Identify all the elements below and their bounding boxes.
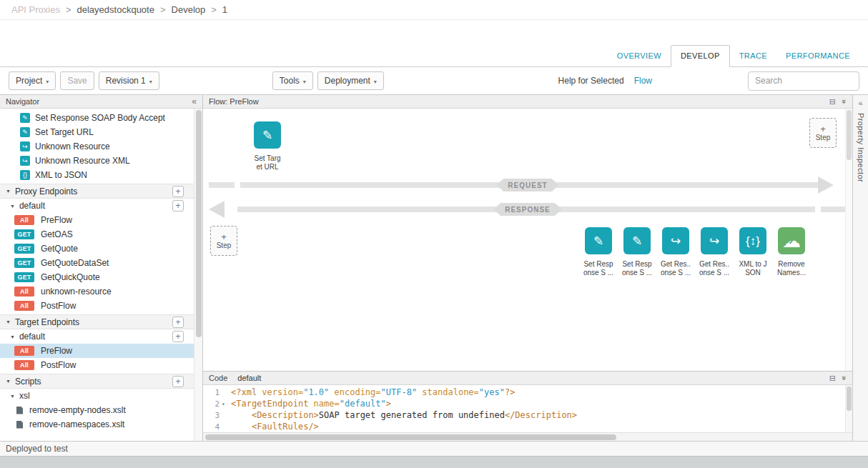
collapse-code-panel-icon[interactable]: » (840, 376, 849, 380)
nav-item-getoas[interactable]: GETGetOAS (0, 227, 194, 242)
code-text: <?xml version="1.0" encoding="UTF-8" sta… (227, 387, 515, 397)
policy-item-set-response-soap-body-accept[interactable]: ✎Set Response SOAP Body Accept (0, 111, 194, 125)
policy-item-set-target-url[interactable]: ✎Set Target URL (0, 125, 194, 139)
deployment-button[interactable]: Deployment▾ (317, 71, 384, 90)
step-label-line: Set Resp (622, 260, 652, 269)
editor-column: Flow: PreFlow ⊟ » + Step ✎Set Target URL (203, 95, 852, 441)
policy-item-xml-to-json[interactable]: {}XML to JSON (0, 168, 194, 182)
fold-arrow-icon[interactable]: ▾ (220, 401, 227, 407)
group-xsl[interactable]: ▼xsl (0, 389, 194, 403)
flow-step[interactable]: ✎Set Response S ... (579, 227, 618, 277)
expand-property-inspector-icon[interactable]: « (858, 99, 862, 107)
header: OVERVIEWDEVELOPTRACEPERFORMANCE Project▾… (0, 20, 868, 94)
nav-item-preflow[interactable]: AllPreFlow (0, 344, 194, 358)
group-title: default (19, 332, 169, 342)
code-token (231, 410, 252, 420)
code-editor[interactable]: 1<?xml version="1.0" encoding="UTF-8" st… (203, 385, 852, 432)
breadcrumb: API Proxies>delayedstockquote>Develop>1 (0, 0, 868, 20)
flow-step[interactable]: {↕}XML to JSON (734, 227, 772, 277)
panel-layout-icon[interactable]: ⊟ (829, 97, 836, 106)
add-step-button[interactable]: + Step (809, 118, 837, 148)
chevron-down-icon: ▾ (46, 79, 49, 85)
collapse-flow-panel-icon[interactable]: » (840, 99, 849, 104)
breadcrumb-api-proxies[interactable]: API Proxies (11, 4, 60, 15)
step-label: Set Response S ... (622, 260, 652, 277)
section-target-endpoints[interactable]: ▼Target Endpoints+ (0, 314, 194, 329)
status-text: Deployed to test (6, 444, 68, 454)
help-flow-link[interactable]: Flow (634, 76, 652, 86)
line-number: 4 (214, 422, 220, 432)
tab-performance[interactable]: PERFORMANCE (776, 45, 859, 66)
property-inspector-panel[interactable]: « Property Inspector (852, 95, 868, 441)
method-badge: GET (14, 272, 34, 282)
collapse-navigator-icon[interactable]: « (192, 96, 197, 106)
flow-vertical-scrollbar[interactable] (845, 109, 852, 371)
add-button[interactable]: + (172, 200, 184, 211)
flow-step[interactable]: ✎Set Target URL (248, 121, 287, 171)
icon-glyph: ✎ (632, 235, 642, 247)
group-default[interactable]: ▼default+ (0, 329, 194, 344)
policy-item-unknown-resource-xml[interactable]: ↪Unknown Resource XML (0, 154, 194, 168)
add-button[interactable]: + (172, 376, 184, 387)
scrollbar-thumb[interactable] (847, 110, 852, 160)
cloud-check-icon: ☁✓ (778, 227, 805, 254)
response-label: RESPONSE (493, 203, 562, 216)
icon-glyph: ✎ (593, 235, 603, 247)
panel-layout-icon[interactable]: ⊟ (829, 374, 836, 383)
scrollbar-thumb[interactable] (196, 110, 202, 337)
breadcrumb-1[interactable]: 1 (222, 4, 227, 15)
code-token: > (386, 399, 391, 409)
flow-step[interactable]: ↪Get Res..onse S ... (695, 227, 734, 277)
nav-item-unknown-resource[interactable]: Allunknown-resource (0, 284, 194, 299)
method-badge: All (14, 287, 34, 297)
navigator-scrollbar[interactable] (194, 109, 202, 441)
tab-overview[interactable]: OVERVIEW (608, 45, 671, 66)
project-button[interactable]: Project▾ (9, 71, 56, 90)
status-bar: Deployed to test (0, 441, 868, 456)
scrollbar-thumb[interactable] (847, 387, 852, 411)
breadcrumb-develop[interactable]: Develop (172, 4, 206, 15)
flow-step[interactable]: ✎Set Response S ... (618, 227, 656, 277)
code-horizontal-scrollbar[interactable] (203, 432, 852, 441)
nav-item-getquote[interactable]: GETGetQuote (0, 242, 194, 256)
tab-trace[interactable]: TRACE (730, 45, 776, 66)
policy-item-unknown-resource[interactable]: ↪Unknown Resource (0, 139, 194, 154)
add-button[interactable]: + (172, 331, 184, 342)
help-for-selected-label: Help for Selected (558, 76, 624, 86)
navigator-header: Navigator « (0, 95, 202, 109)
request-steps: ✎Set Target URL (248, 121, 287, 171)
policy-label: Set Response SOAP Body Accept (35, 113, 165, 123)
code-file-name: default (237, 374, 261, 382)
flow-step[interactable]: ↪Get Res..onse S ... (656, 227, 695, 277)
nav-item-preflow[interactable]: AllPreFlow (0, 213, 194, 227)
code-tab[interactable]: Code (209, 374, 227, 382)
add-button[interactable]: + (172, 317, 184, 328)
save-button[interactable]: Save (60, 71, 94, 90)
breadcrumb-delayedstockquote[interactable]: delayedstockquote (77, 4, 154, 15)
code-token (231, 422, 252, 432)
code-vertical-scrollbar[interactable] (845, 385, 852, 432)
resource-icon: ↪ (662, 227, 689, 254)
flow-step[interactable]: ☁✓RemoveNames... (772, 227, 811, 277)
scrollbar-thumb[interactable] (205, 434, 616, 440)
nav-item-getquickquote[interactable]: GETGetQuickQuote (0, 270, 194, 284)
nav-item-postflow[interactable]: AllPostFlow (0, 299, 194, 313)
section-proxy-endpoints[interactable]: ▼Proxy Endpoints+ (0, 184, 194, 199)
nav-item-getquotedataset[interactable]: GETGetQuoteDataSet (0, 256, 194, 270)
tab-develop[interactable]: DEVELOP (671, 45, 730, 67)
group-default[interactable]: ▼default+ (0, 199, 194, 213)
request-label: REQUEST (496, 179, 558, 191)
collapse-triangle-icon: ▼ (6, 319, 11, 324)
revision-button[interactable]: Revision 1▾ (99, 71, 159, 90)
nav-item-remove-empty-nodes-xslt[interactable]: remove-empty-nodes.xslt (0, 403, 194, 417)
section-scripts[interactable]: ▼Scripts+ (0, 374, 194, 389)
add-button[interactable]: + (172, 186, 184, 197)
line-gutter: 3 (203, 411, 227, 420)
method-badge: GET (14, 229, 34, 239)
edit-policy-icon: ✎ (254, 121, 281, 149)
tools-button[interactable]: Tools▾ (272, 71, 313, 90)
search-input[interactable] (748, 71, 859, 91)
nav-item-remove-namespaces-xslt[interactable]: remove-namespaces.xslt (0, 417, 194, 432)
nav-item-postflow[interactable]: AllPostFlow (0, 358, 194, 372)
add-step-button[interactable]: + Step (210, 226, 237, 256)
